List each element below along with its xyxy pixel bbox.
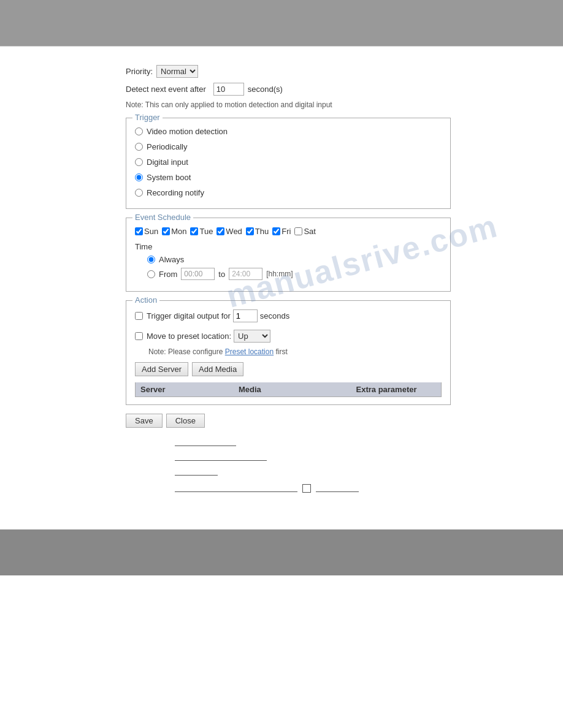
day-thu: Thu: [246, 227, 269, 236]
trigger-periodically: Periodically: [135, 140, 442, 151]
detect-event-suffix: second(s): [248, 85, 283, 94]
link-line-1: [175, 440, 236, 446]
close-button[interactable]: Close: [166, 414, 205, 428]
preset-note-text: Note: Please configure: [148, 347, 223, 356]
day-sat: Sat: [294, 227, 316, 236]
event-schedule-legend: Event Schedule: [132, 213, 193, 222]
trigger-section: Trigger Video motion detection Periodica…: [126, 118, 451, 209]
table-header-media: Media: [234, 382, 332, 396]
time-from-radio[interactable]: [147, 270, 155, 278]
trigger-video-motion: Video motion detection: [135, 124, 442, 136]
action-table-header: Server Media Extra parameter: [135, 382, 442, 397]
day-mon: Mon: [162, 227, 186, 236]
detect-event-input[interactable]: [213, 83, 244, 96]
trigger-digital-input-radio[interactable]: [135, 158, 143, 166]
trigger-recording-notify-label: Recording notify: [147, 188, 204, 197]
day-fri-label: Fri: [282, 227, 291, 236]
preset-location-row: Move to preset location: Up Down Left Ri…: [135, 327, 442, 343]
priority-row: Priority: Normal High Low: [126, 65, 466, 78]
preset-note: Note: Please configure Preset location f…: [135, 347, 442, 356]
days-row: Sun Mon Tue Wed Thu: [135, 224, 442, 236]
day-sun: Sun: [135, 227, 158, 236]
trigger-digital-input-label: Digital input: [147, 157, 188, 167]
day-sat-checkbox[interactable]: [294, 227, 302, 235]
trigger-recording-notify: Recording notify: [135, 186, 442, 197]
time-hint: [hh:mm]: [266, 270, 293, 278]
bottom-buttons: Save Close: [126, 414, 466, 428]
action-legend: Action: [132, 295, 159, 305]
trigger-periodically-label: Periodically: [147, 142, 187, 151]
main-content: Priority: Normal High Low Detect next ev…: [0, 47, 466, 505]
trigger-digital-suffix: seconds: [260, 311, 289, 320]
trigger-video-motion-radio[interactable]: [135, 127, 143, 135]
trigger-system-boot: System boot: [135, 170, 442, 182]
trigger-digital-label: Trigger digital output for: [147, 311, 231, 320]
day-fri-checkbox[interactable]: [272, 227, 280, 235]
action-buttons-row: Add Server Add Media: [135, 362, 442, 376]
time-to-label: to: [218, 270, 225, 279]
header-bar: [0, 0, 563, 46]
priority-select[interactable]: Normal High Low: [156, 65, 198, 78]
priority-label: Priority:: [126, 67, 153, 76]
preset-location-link[interactable]: Preset location: [225, 347, 274, 356]
trigger-periodically-radio[interactable]: [135, 143, 143, 151]
bottom-form-row: [175, 484, 466, 493]
trigger-digital-input[interactable]: [233, 309, 258, 322]
time-to-input[interactable]: [229, 268, 262, 280]
trigger-digital-row: Trigger digital output for seconds: [135, 307, 442, 322]
day-sat-label: Sat: [304, 227, 316, 236]
bottom-text-line: [175, 485, 297, 492]
trigger-video-motion-label: Video motion detection: [147, 127, 228, 136]
bottom-checkbox[interactable]: [302, 484, 311, 493]
preset-note-suffix: first: [275, 347, 287, 356]
preset-location-select[interactable]: Up Down Left Right: [234, 330, 270, 343]
time-always-radio[interactable]: [147, 256, 155, 264]
time-from-row: From to [hh:mm]: [135, 268, 442, 280]
day-tue-checkbox[interactable]: [190, 227, 198, 235]
table-header-extra: Extra parameter: [332, 382, 441, 396]
trigger-recording-notify-radio[interactable]: [135, 189, 143, 197]
trigger-system-boot-label: System boot: [147, 173, 191, 182]
trigger-digital-input: Digital input: [135, 155, 442, 167]
detect-event-row: Detect next event after second(s): [126, 83, 466, 96]
trigger-system-boot-radio[interactable]: [135, 173, 143, 181]
table-header-server: Server: [136, 382, 234, 396]
day-thu-checkbox[interactable]: [246, 227, 254, 235]
trigger-digital-checkbox[interactable]: [135, 312, 143, 320]
day-wed: Wed: [216, 227, 242, 236]
action-section: Action Trigger digital output for second…: [126, 300, 451, 405]
bottom-text-line2: [316, 485, 359, 492]
day-wed-label: Wed: [226, 227, 242, 236]
day-fri: Fri: [272, 227, 291, 236]
preset-location-checkbox[interactable]: [135, 332, 143, 340]
add-server-button[interactable]: Add Server: [135, 362, 188, 376]
day-sun-label: Sun: [144, 227, 158, 236]
day-sun-checkbox[interactable]: [135, 227, 143, 235]
day-tue-label: Tue: [199, 227, 213, 236]
links-area: [126, 440, 466, 493]
day-wed-checkbox[interactable]: [216, 227, 224, 235]
trigger-legend: Trigger: [132, 113, 163, 122]
detect-event-label: Detect next event after: [126, 85, 206, 94]
link-line-2: [175, 455, 267, 461]
day-mon-checkbox[interactable]: [162, 227, 170, 235]
motion-note: Note: This can only applied to motion de…: [126, 100, 466, 109]
save-button[interactable]: Save: [126, 414, 163, 428]
event-schedule-section: Event Schedule Sun Mon Tue Wed: [126, 218, 451, 292]
time-from-input[interactable]: [181, 268, 215, 280]
day-mon-label: Mon: [171, 227, 186, 236]
footer-bar: [0, 529, 563, 575]
link-line-3: [175, 469, 218, 476]
time-from-label: From: [159, 270, 177, 279]
time-label: Time: [135, 242, 442, 251]
add-media-button[interactable]: Add Media: [192, 362, 243, 376]
time-always-row: Always: [135, 255, 442, 264]
time-always-label: Always: [159, 255, 184, 264]
day-tue: Tue: [190, 227, 213, 236]
preset-location-label: Move to preset location:: [147, 332, 231, 341]
day-thu-label: Thu: [255, 227, 269, 236]
